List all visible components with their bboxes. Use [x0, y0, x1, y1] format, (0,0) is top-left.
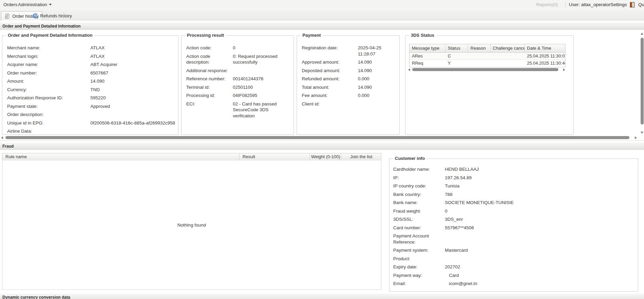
- menubar-separator: [565, 2, 566, 8]
- field-value: 2025-04-25 11:28:07: [358, 45, 395, 57]
- field-value: 001401244376: [233, 76, 263, 82]
- chevron-down-icon: [49, 4, 52, 5]
- field-row: 3DS/SSL:3DS_enr: [393, 216, 634, 222]
- column-header: Challenge cancel: [491, 44, 525, 52]
- field-row: Currency:TND: [7, 87, 174, 93]
- field-row: ECI:02 - Card has passed SecureCode 3DS …: [186, 101, 290, 119]
- field-value: 557967**4506: [445, 225, 474, 231]
- customer-info-rows: Cardholder name:HEND BELLAAJIP:197.26.54…: [389, 159, 638, 287]
- field-value: SOCIETE MONETIQUE-TUNISIE: [445, 200, 514, 206]
- user-label: User: atlax_operator: [569, 2, 610, 7]
- table-cell: 25.04.2025 11:30:07: [525, 53, 565, 60]
- field-label: Airline Data:: [7, 128, 90, 134]
- field-row: Payment way:Card: [393, 272, 634, 279]
- vscroll-thumb[interactable]: [641, 38, 644, 124]
- field-value: icom@gnet.tn: [445, 281, 477, 287]
- field-row: Processing id:04IF082595: [186, 93, 290, 99]
- fraud-table-header: Rule nameResultWeight (0-100)Join the li…: [2, 153, 381, 161]
- field-value: Card: [445, 272, 459, 279]
- field-value: TND: [90, 87, 100, 93]
- section-header-fraud: Fraud: [0, 143, 644, 150]
- field-row: Bank name:SOCIETE MONETIQUE-TUNISIE: [393, 200, 634, 206]
- field-value: 595220: [90, 95, 106, 101]
- menu-settings[interactable]: Settings: [610, 2, 627, 7]
- menu-reports: Reports(0): [536, 2, 558, 7]
- field-label: Authorization Response ID:: [7, 95, 90, 101]
- hscroll-thumb[interactable]: [412, 68, 558, 71]
- field-row: Authorization Response ID:595220: [7, 95, 174, 101]
- table-cell: 25.04.2025 11:30:44: [525, 60, 565, 67]
- field-label: Payment Account Reference:: [393, 233, 445, 245]
- menu-administration[interactable]: Administration: [18, 2, 52, 7]
- field-label: Action code description:: [186, 53, 233, 65]
- column-header: Weight (0-100): [310, 153, 342, 161]
- field-value: 0: [445, 208, 448, 214]
- field-value: 0.000: [358, 93, 369, 99]
- table-cell: [491, 53, 525, 60]
- field-row: Fraud weight:0: [393, 208, 634, 214]
- field-row: Additional response:: [186, 68, 290, 74]
- field-row: Action code description:0: Request proce…: [186, 53, 290, 65]
- three-ds-table-header: Message typeStatusReasonChallenge cancel…: [410, 44, 565, 53]
- field-label: Merchant login:: [7, 53, 90, 60]
- payment-rows: Registration date:2025-04-25 11:28:07App…: [297, 36, 399, 107]
- table-cell: C: [446, 53, 468, 60]
- three-ds-table-body: AResC25.04.2025 11:30:07RReqY25.04.2025 …: [410, 53, 565, 67]
- field-row: Card number:557967**4506: [393, 225, 634, 231]
- scroll-left-arrow[interactable]: [1, 136, 3, 139]
- menu-quit[interactable]: Quit: [638, 2, 644, 7]
- order-details-page: { "menubar": { "items": [ { "label": "Or…: [0, 0, 644, 299]
- field-row: Action code:0: [186, 45, 290, 51]
- field-label: Total amount:: [302, 84, 358, 90]
- field-label: Terminal id:: [186, 84, 233, 90]
- field-row: Expiry date:202702: [393, 264, 634, 270]
- field-label: Unique id in EPG:: [7, 120, 90, 126]
- field-value: 6507667: [90, 70, 108, 76]
- field-value: ABT Acquirer: [90, 62, 117, 68]
- three-ds-status-groupbox: 3DS Status Message typeStatusReasonChall…: [405, 35, 574, 135]
- column-header: Reason: [468, 44, 491, 52]
- column-header: Date & Time: [525, 44, 565, 52]
- scroll-right-arrow[interactable]: [635, 136, 637, 139]
- scroll-up-arrow[interactable]: [641, 33, 643, 35]
- menu-administration-label: Administration: [18, 2, 47, 7]
- table-cell: [491, 60, 525, 67]
- table-row: AResC25.04.2025 11:30:07: [410, 53, 565, 60]
- field-label: Email:: [393, 281, 445, 287]
- column-header: Join the list: [342, 153, 381, 161]
- section-header-order-details: Order and Payment Detailed Information: [0, 23, 644, 30]
- field-value: 202702: [445, 264, 460, 270]
- scroll-down-arrow[interactable]: [641, 132, 643, 134]
- field-value: Mastercard: [445, 247, 468, 253]
- field-value: 14.090: [358, 68, 372, 74]
- field-label: Payment way:: [393, 272, 445, 279]
- tabbar: Order history Refunds history: [0, 10, 644, 20]
- field-row: Terminal id:02501100: [186, 84, 290, 90]
- scroll-left-arrow[interactable]: [408, 68, 410, 71]
- order-info-legend: Order and Payment Detailed Information: [6, 33, 94, 38]
- field-value: 02 - Card has passed SecureCode 3DS veri…: [233, 101, 279, 119]
- field-label: Order description:: [7, 112, 90, 118]
- door-icon[interactable]: [629, 2, 635, 8]
- field-row: Bank country:788: [393, 192, 634, 198]
- hscroll-thumb[interactable]: [5, 136, 629, 139]
- field-value: ATLAX: [90, 45, 105, 51]
- scroll-right-arrow[interactable]: [563, 68, 565, 71]
- table-row: RReqY25.04.2025 11:30:44: [410, 60, 565, 67]
- field-value: Approved: [90, 103, 110, 110]
- field-label: Bank country:: [393, 192, 445, 198]
- menu-orders[interactable]: Orders: [3, 2, 17, 7]
- field-value: 04IF082595: [233, 93, 257, 99]
- tab-refunds-history[interactable]: Refunds history: [29, 11, 75, 20]
- field-label: Merchant name:: [7, 45, 90, 51]
- field-label: Reference number:: [186, 76, 233, 82]
- payment-legend: Payment: [301, 33, 323, 38]
- field-label: Approved amount:: [302, 59, 358, 65]
- field-value: 0: Request processed successfully: [233, 53, 279, 65]
- field-value: Tunisia: [445, 183, 459, 189]
- processing-result-rows: Action code:0Action code description:0: …: [181, 36, 294, 119]
- order-info-rows: Merchant name:ATLAXMerchant login:ATLAXA…: [2, 36, 178, 134]
- order-info-groupbox: Order and Payment Detailed Information M…: [2, 35, 178, 135]
- menubar: Orders Administration Reports(0) User: a…: [0, 0, 644, 10]
- field-label: Order number:: [7, 70, 90, 76]
